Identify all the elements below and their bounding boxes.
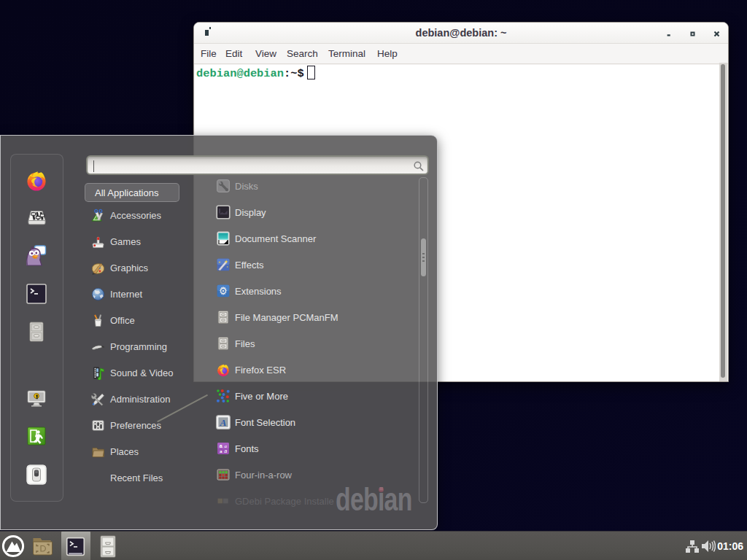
svg-text:a: a bbox=[224, 448, 227, 454]
svg-text:a: a bbox=[220, 448, 222, 454]
svg-text:A: A bbox=[220, 417, 227, 428]
